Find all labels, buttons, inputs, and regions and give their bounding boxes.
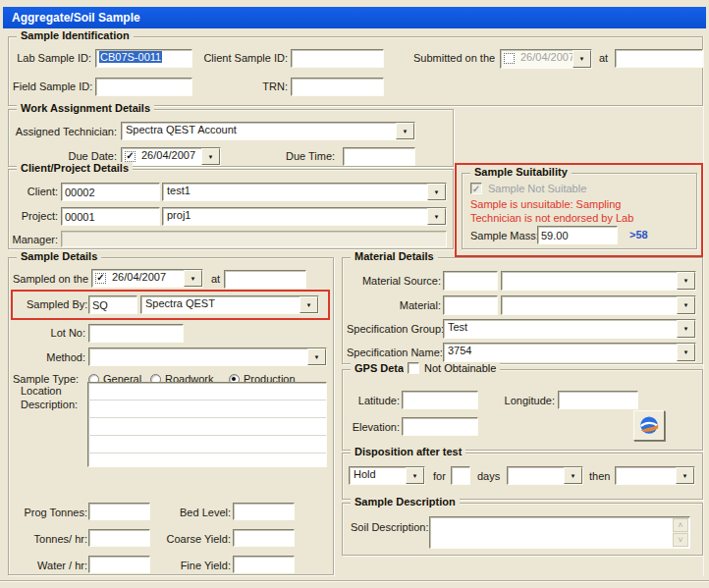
specification-name-combo[interactable]: 3754 ▼	[443, 343, 696, 362]
group-sample-details: Sample Details Sampled on the ✓ 26/04/20…	[8, 257, 334, 575]
client-name-combo[interactable]: test1 ▼	[162, 183, 447, 201]
lab-sample-id-value: CB07S-0011	[99, 51, 162, 63]
group-title: Sample Identification	[17, 29, 134, 41]
specification-group-value: Test	[444, 320, 677, 338]
group-disposition: Disposition after test Hold ▼ for days ▼…	[342, 453, 703, 500]
suitability-warning-line1: Sample is unsuitable: Sampling	[470, 198, 621, 210]
sample-type-label: Sample Type:	[13, 373, 79, 385]
soil-description-scrollbar[interactable]: ˄ ˅	[673, 518, 688, 547]
material-label: Material:	[347, 299, 441, 311]
due-date-checkbox[interactable]: ✓	[125, 151, 136, 162]
chevron-down-icon[interactable]: ▼	[300, 296, 318, 313]
material-source-code-field[interactable]	[443, 271, 498, 291]
prog-tonnes-label: Prog Tonnes:	[17, 507, 87, 518]
gps-globe-button[interactable]	[633, 410, 665, 441]
longitude-field[interactable]	[558, 391, 638, 409]
prog-tonnes-field[interactable]	[88, 503, 150, 520]
disposition-days-number-field[interactable]	[451, 466, 470, 485]
elevation-field[interactable]	[402, 417, 478, 436]
latitude-field[interactable]	[402, 391, 478, 409]
chevron-down-icon[interactable]: ▼	[427, 208, 446, 225]
submitted-at-label: at	[599, 52, 608, 64]
scroll-up-icon[interactable]: ˄	[673, 518, 688, 532]
trn-label: TRN:	[197, 80, 288, 92]
specification-group-label: Specification Group:	[347, 323, 441, 335]
chevron-down-icon[interactable]: ▼	[677, 296, 695, 314]
specification-group-combo[interactable]: Test ▼	[443, 319, 696, 339]
submitted-time-field[interactable]	[615, 49, 703, 68]
sampled-by-name-combo[interactable]: Spectra QEST ▼	[140, 295, 319, 314]
chevron-down-icon[interactable]: ▼	[677, 272, 695, 290]
due-time-field[interactable]	[343, 147, 415, 166]
disposition-action-value: Hold	[350, 467, 406, 484]
chevron-down-icon[interactable]: ▼	[406, 467, 424, 484]
chevron-down-icon[interactable]: ▼	[184, 270, 202, 287]
soil-description-label: Soil Description:	[351, 521, 428, 533]
client-code-field[interactable]	[61, 183, 160, 201]
group-material-details: Material Details Material Source: ▼ Mate…	[342, 257, 703, 364]
assigned-technician-combo[interactable]: Spectra QEST Account ▼	[121, 122, 415, 140]
fine-yield-field[interactable]	[233, 556, 295, 573]
location-description-label-1: Location	[21, 385, 62, 397]
water-hr-label: Water / hr:	[17, 560, 87, 571]
bed-level-label: Bed Level:	[174, 507, 231, 518]
chevron-down-icon[interactable]: ▼	[564, 467, 582, 484]
sampled-by-code-field[interactable]	[88, 295, 137, 314]
coarse-yield-field[interactable]	[233, 529, 295, 547]
chevron-down-icon[interactable]: ▼	[677, 344, 695, 361]
material-value	[502, 296, 677, 314]
lot-no-field[interactable]	[88, 324, 184, 343]
trn-field[interactable]	[291, 78, 384, 96]
project-label: Project:	[15, 210, 58, 222]
project-code-field[interactable]	[61, 207, 160, 226]
specification-name-label: Specification Name:	[347, 347, 441, 358]
sampled-time-field[interactable]	[224, 270, 306, 289]
chevron-down-icon[interactable]: ▼	[676, 467, 694, 484]
elevation-label: Elevation:	[351, 421, 400, 433]
lab-sample-id-field[interactable]: CB07S-0011	[95, 49, 192, 68]
sampled-on-checkbox[interactable]: ✓	[95, 273, 106, 284]
water-hr-field[interactable]	[88, 556, 150, 573]
sampled-at-label: at	[211, 273, 220, 285]
chevron-down-icon[interactable]: ▼	[677, 320, 695, 338]
material-combo[interactable]: ▼	[501, 295, 696, 315]
assigned-technician-value: Spectra QEST Account	[122, 123, 396, 139]
scroll-down-icon[interactable]: ˅	[673, 533, 688, 547]
chevron-down-icon[interactable]: ▼	[396, 123, 414, 139]
material-code-field[interactable]	[443, 295, 498, 315]
sampled-on-date-picker[interactable]: ✓ 26/04/2007 ▼	[91, 269, 203, 288]
soil-description-field[interactable]: ˄ ˅	[429, 516, 690, 549]
disposition-days-combo[interactable]: ▼	[507, 466, 583, 485]
method-combo[interactable]: ▼	[88, 347, 327, 366]
sample-mass-hint: >58	[629, 229, 648, 241]
disposition-action-combo[interactable]: Hold ▼	[349, 466, 425, 485]
lab-sample-id-label: Lab Sample ID:	[13, 52, 91, 64]
specification-name-value: 3754	[444, 344, 677, 361]
group-sample-description: Sample Description Soil Description: ˄ ˅	[342, 503, 703, 556]
chevron-down-icon[interactable]: ▼	[201, 148, 220, 165]
project-name-combo[interactable]: proj1 ▼	[162, 207, 447, 226]
not-obtainable-checkbox[interactable]	[408, 362, 419, 374]
client-sample-id-field[interactable]	[291, 49, 384, 68]
sampled-by-name-value: Spectra QEST	[141, 296, 300, 313]
chevron-down-icon[interactable]: ▼	[307, 348, 326, 365]
location-description-field[interactable]	[87, 382, 327, 467]
submitted-on-label: Submitted on the	[413, 52, 495, 64]
client-label: Client:	[15, 186, 58, 197]
sample-mass-field[interactable]	[537, 226, 618, 244]
due-date-picker[interactable]: ✓ 26/04/2007 ▼	[121, 147, 221, 166]
material-source-combo[interactable]: ▼	[501, 271, 696, 291]
chevron-down-icon[interactable]: ▼	[427, 184, 446, 200]
due-time-label: Due Time:	[286, 150, 335, 162]
disposition-then-combo[interactable]: ▼	[615, 466, 695, 485]
submitted-date-value: 26/04/2007	[517, 50, 573, 68]
method-value	[89, 348, 307, 365]
chevron-down-icon[interactable]: ▼	[573, 50, 591, 68]
field-sample-id-field[interactable]	[95, 78, 192, 96]
bed-level-field[interactable]	[233, 503, 295, 520]
not-obtainable-wrap: Not Obtainable	[404, 362, 500, 374]
submitted-date-picker[interactable]: 26/04/2007 ▼	[500, 49, 592, 69]
latitude-label: Latitude:	[351, 395, 400, 406]
tonnes-hr-field[interactable]	[88, 529, 150, 547]
submitted-date-checkbox[interactable]	[504, 53, 515, 64]
